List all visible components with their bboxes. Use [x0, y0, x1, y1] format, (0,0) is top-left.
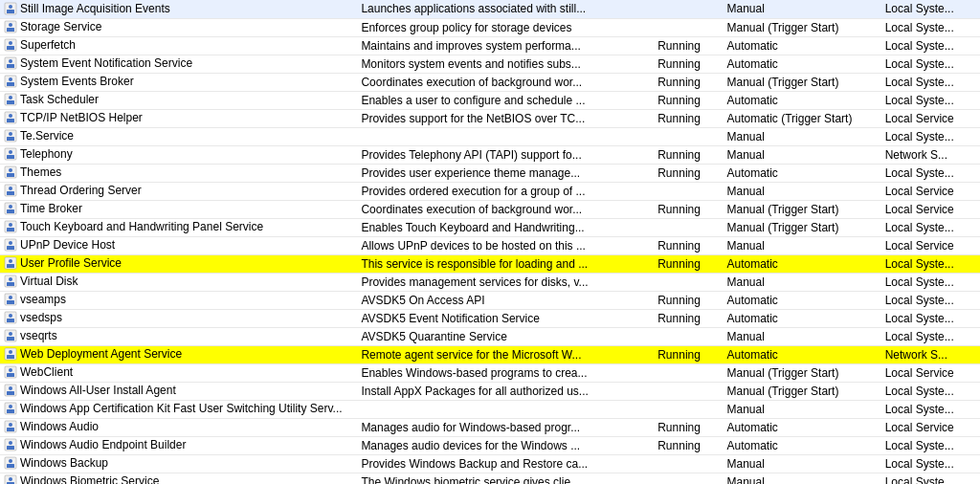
- service-status: Running: [654, 236, 723, 254]
- service-name: UPnP Device Host: [20, 238, 115, 252]
- table-row[interactable]: TelephonyProvides Telephony API (TAPI) s…: [0, 145, 980, 164]
- svg-point-79: [9, 477, 12, 481]
- table-row[interactable]: ThemesProvides user experience theme man…: [0, 164, 980, 182]
- service-name-cell: Web Deployment Agent Service: [0, 345, 357, 363]
- table-row[interactable]: vseqrtsAVSDK5 Quarantine ServiceManualLo…: [0, 327, 980, 345]
- service-icon: [4, 202, 17, 215]
- table-row[interactable]: Storage ServiceEnforces group policy for…: [0, 18, 980, 36]
- service-description: Provides Windows Backup and Restore ca..…: [357, 454, 654, 473]
- svg-rect-14: [7, 82, 14, 86]
- table-row[interactable]: User Profile ServiceThis service is resp…: [0, 254, 980, 273]
- service-status: [654, 363, 723, 382]
- svg-rect-23: [7, 137, 14, 141]
- table-row[interactable]: System Events BrokerCoordinates executio…: [0, 73, 980, 91]
- service-icon: [4, 20, 17, 33]
- service-icon: [4, 75, 17, 88]
- svg-rect-32: [7, 191, 14, 195]
- table-row[interactable]: Task SchedulerEnables a user to configur…: [0, 91, 980, 109]
- service-status: Running: [654, 309, 723, 327]
- service-description: Manages audio for Windows-based progr...: [357, 418, 654, 436]
- svg-point-37: [9, 223, 12, 227]
- table-row[interactable]: UPnP Device HostAllows UPnP devices to b…: [0, 236, 980, 254]
- table-row[interactable]: Windows Audio Endpoint BuilderManages au…: [0, 436, 980, 454]
- svg-rect-68: [7, 409, 14, 413]
- svg-point-55: [9, 332, 12, 336]
- service-name-cell: Windows Backup: [0, 454, 357, 473]
- service-name-cell: TCP/IP NetBIOS Helper: [0, 109, 357, 127]
- table-row[interactable]: WebClientEnables Windows-based programs …: [0, 363, 980, 382]
- service-icon: [4, 275, 17, 288]
- table-row[interactable]: Windows BackupProvides Windows Backup an…: [0, 454, 980, 473]
- service-status: [654, 18, 723, 36]
- table-row[interactable]: Windows Biometric ServiceThe Windows bio…: [0, 473, 980, 484]
- table-row[interactable]: Time BrokerCoordinates execution of back…: [0, 200, 980, 218]
- service-description: Launches applications associated with st…: [357, 0, 654, 18]
- service-status: [654, 127, 723, 145]
- service-status: Running: [654, 36, 723, 55]
- table-row[interactable]: Still Image Acquisition EventsLaunches a…: [0, 0, 980, 18]
- service-description: Allows UPnP devices to be hosted on this…: [357, 236, 654, 254]
- service-description: Remote agent service for the Microsoft W…: [357, 345, 654, 363]
- table-row[interactable]: Touch Keyboard and Handwriting Panel Ser…: [0, 218, 980, 236]
- table-row[interactable]: Te.ServiceManualLocal Syste...: [0, 127, 980, 145]
- service-name-cell: Thread Ordering Server: [0, 182, 357, 200]
- service-icon: [4, 38, 17, 52]
- table-row[interactable]: System Event Notification ServiceMonitor…: [0, 55, 980, 73]
- service-name: Task Scheduler: [20, 93, 99, 106]
- service-startup: Manual: [723, 0, 880, 18]
- service-icon: [4, 402, 17, 415]
- table-row[interactable]: Windows App Certification Kit Fast User …: [0, 400, 980, 418]
- svg-point-52: [9, 314, 12, 318]
- service-description: Provides user experience theme manage...: [357, 164, 654, 182]
- service-description: Provides support for the NetBIOS over TC…: [357, 109, 654, 127]
- table-row[interactable]: TCP/IP NetBIOS HelperProvides support fo…: [0, 109, 980, 127]
- svg-point-4: [9, 23, 12, 27]
- service-status: Running: [654, 55, 723, 73]
- service-name-cell: Task Scheduler: [0, 91, 357, 109]
- table-row[interactable]: Windows All-User Install AgentInstall Ap…: [0, 382, 980, 400]
- table-row[interactable]: Windows AudioManages audio for Windows-b…: [0, 418, 980, 436]
- service-logon: Local Syste...: [881, 473, 980, 484]
- service-name: Windows All-User Install Agent: [20, 384, 176, 397]
- table-row[interactable]: SuperfetchMaintains and improves system …: [0, 36, 980, 55]
- table-row[interactable]: Web Deployment Agent ServiceRemote agent…: [0, 345, 980, 363]
- svg-point-58: [9, 350, 12, 354]
- svg-rect-47: [7, 282, 14, 286]
- service-name-cell: Te.Service: [0, 127, 357, 145]
- service-status: Running: [654, 145, 723, 164]
- service-description: Enforces group policy for storage device…: [357, 18, 654, 36]
- service-name-cell: Themes: [0, 164, 357, 182]
- table-row[interactable]: Virtual DiskProvides management services…: [0, 273, 980, 291]
- service-logon: Network S...: [881, 345, 980, 363]
- table-row[interactable]: Thread Ordering ServerProvides ordered e…: [0, 182, 980, 200]
- svg-rect-35: [7, 209, 14, 213]
- service-startup: Manual (Trigger Start): [723, 363, 880, 382]
- service-name: Touch Keyboard and Handwriting Panel Ser…: [20, 220, 263, 233]
- service-startup: Automatic: [723, 309, 880, 327]
- service-icon: [4, 129, 17, 143]
- service-logon: Local Syste...: [881, 18, 980, 36]
- service-description: Enables a user to configure and schedule…: [357, 91, 654, 109]
- svg-point-70: [9, 423, 12, 427]
- service-description: Install AppX Packages for all authorized…: [357, 382, 654, 400]
- svg-point-28: [9, 168, 12, 172]
- service-name: vsedsps: [20, 311, 62, 324]
- service-logon: Local Syste...: [881, 309, 980, 327]
- service-name-cell: Storage Service: [0, 18, 357, 36]
- service-logon: Local Syste...: [881, 382, 980, 400]
- service-icon: [4, 2, 17, 15]
- service-startup: Automatic (Trigger Start): [723, 109, 880, 127]
- service-description: AVSDK5 Quarantine Service: [357, 327, 654, 345]
- service-description: Enables Windows-based programs to crea..…: [357, 363, 654, 382]
- table-row[interactable]: vsedspsAVSDK5 Event Notification Service…: [0, 309, 980, 327]
- svg-point-76: [9, 459, 12, 463]
- service-name: Superfetch: [20, 38, 76, 52]
- svg-point-22: [9, 132, 12, 136]
- svg-rect-20: [7, 119, 14, 122]
- svg-rect-44: [7, 264, 14, 268]
- service-name-cell: vseamps: [0, 291, 357, 309]
- svg-rect-5: [7, 28, 14, 32]
- service-name: vseqrts: [20, 329, 57, 342]
- service-name-cell: User Profile Service: [0, 254, 357, 273]
- table-row[interactable]: vseampsAVSDK5 On Access APIRunningAutoma…: [0, 291, 980, 309]
